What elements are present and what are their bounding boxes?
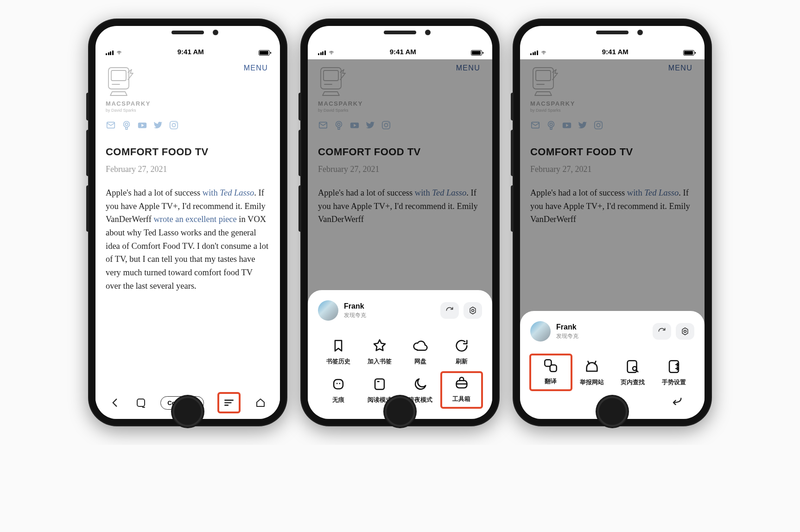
menu-item-label: 书签历史 — [326, 358, 350, 366]
menu-item-label: 页内查找 — [621, 379, 645, 386]
avatar — [318, 300, 338, 321]
body-text: in VOX about why Ted Lasso works and the… — [106, 215, 268, 290]
social-icons-row — [106, 120, 270, 130]
profile-subtitle: 发现夸克 — [556, 332, 578, 340]
svg-point-0 — [119, 54, 119, 54]
menu-button-highlight — [217, 392, 241, 413]
menu-item-toolbox-highlight[interactable]: 工具箱 — [440, 371, 483, 409]
front-camera — [637, 30, 643, 35]
sheet-back-button[interactable] — [670, 396, 683, 407]
svg-rect-8 — [170, 121, 178, 129]
phone-frame-1: 9:41 AM MENU MACSPARKY by David Sparks — [88, 19, 287, 426]
refresh-chip[interactable] — [653, 323, 671, 340]
site-menu-link[interactable]: MENU — [244, 64, 268, 72]
refresh-icon — [453, 337, 470, 354]
gesture-icon — [666, 358, 682, 375]
incognito-icon — [330, 376, 347, 393]
front-camera — [425, 30, 431, 35]
earpiece — [171, 31, 204, 34]
back-button[interactable] — [109, 397, 121, 409]
settings-chip[interactable] — [463, 302, 482, 319]
youtube-icon[interactable] — [137, 120, 147, 130]
menu-item-incognito[interactable]: 无痕 — [318, 373, 359, 407]
wifi-icon — [328, 50, 335, 56]
cell-signal-icon — [530, 51, 538, 55]
physical-home-button[interactable] — [596, 395, 629, 428]
svg-rect-11 — [137, 399, 145, 406]
svg-point-5 — [124, 121, 130, 127]
body-text: Apple's had a lot of success — [106, 188, 203, 197]
svg-point-6 — [125, 123, 128, 126]
settings-chip[interactable] — [676, 323, 694, 340]
screen-2: 9:41 AM MENU MACSPARKY by David Sparks C… — [308, 26, 492, 419]
bookmark-icon — [330, 337, 347, 354]
avatar — [530, 321, 551, 342]
menu-item-label: 刷新 — [456, 358, 468, 366]
battery-icon — [259, 50, 270, 56]
moon-icon — [412, 376, 429, 393]
web-page: MENU MACSPARKY by David Sparks COMF — [95, 59, 280, 389]
menu-item-cloud[interactable]: 网盘 — [400, 335, 441, 368]
profile-row[interactable]: Frank 发现夸克 — [318, 300, 366, 321]
home-button[interactable] — [254, 397, 267, 409]
menu-button[interactable] — [223, 397, 235, 409]
menu-item-gesture-settings[interactable]: 手势设置 — [654, 355, 695, 389]
tabs-button[interactable] — [135, 397, 147, 409]
svg-point-9 — [172, 123, 175, 127]
physical-home-button[interactable] — [383, 395, 417, 428]
instagram-icon[interactable] — [169, 120, 179, 130]
menu-item-find-in-page[interactable]: 页内查找 — [612, 355, 654, 389]
svg-point-10 — [176, 122, 177, 123]
svg-rect-30 — [375, 379, 384, 390]
menu-item-label: 手势设置 — [662, 379, 686, 386]
menu-grid-toolbox: 翻译 举报网站 页内查找 手势设置 — [530, 355, 694, 389]
svg-point-26 — [472, 310, 474, 312]
toolbox-icon — [453, 375, 470, 392]
cloud-icon — [412, 337, 429, 354]
svg-point-45 — [684, 330, 686, 333]
reader-icon — [371, 376, 388, 393]
star-icon — [371, 337, 388, 354]
menu-item-report-site[interactable]: 举报网站 — [571, 355, 613, 389]
status-time: 9:41 AM — [390, 48, 416, 56]
profile-row[interactable]: Frank 发现夸克 — [530, 321, 578, 342]
menu-item-bookmark-history[interactable]: 书签历史 — [318, 335, 359, 368]
battery-icon — [683, 50, 694, 56]
svg-point-29 — [339, 383, 341, 384]
phone-frame-2: 9:41 AM MENU MACSPARKY by David Sparks C… — [300, 19, 500, 426]
phone-frame-3: 9:41 AM MENU MACSPARKY by David Sparks C… — [513, 19, 712, 426]
physical-home-button[interactable] — [171, 395, 204, 428]
menu-item-label: 举报网站 — [580, 379, 604, 386]
article-body: Apple's had a lot of success with Ted La… — [106, 186, 270, 292]
article-date: February 27, 2021 — [106, 165, 270, 174]
menu-item-label: 工具箱 — [452, 395, 470, 403]
report-icon — [584, 358, 600, 375]
cell-signal-icon — [106, 51, 114, 55]
twitter-icon[interactable] — [153, 120, 163, 130]
status-time: 9:41 AM — [178, 48, 204, 56]
brand-name: MACSPARKY — [106, 100, 270, 107]
menu-item-label: 翻译 — [545, 378, 557, 386]
wifi-icon — [540, 50, 547, 56]
front-camera — [213, 30, 218, 35]
battery-icon — [471, 50, 482, 56]
link-ted-lasso[interactable]: with Ted Lasso — [203, 188, 254, 197]
menu-item-refresh[interactable]: 刷新 — [441, 335, 483, 368]
svg-point-28 — [337, 383, 338, 384]
link-vox-piece[interactable]: wrote an excellent piece — [153, 215, 236, 224]
menu-item-label: 无痕 — [332, 396, 344, 404]
earpiece — [384, 31, 416, 34]
svg-point-15 — [331, 54, 331, 54]
earpiece — [596, 31, 629, 34]
find-in-page-icon — [624, 358, 641, 375]
podcast-icon[interactable] — [121, 120, 132, 130]
profile-name: Frank — [556, 323, 578, 331]
mail-icon[interactable] — [106, 120, 116, 130]
menu-item-label: 网盘 — [414, 358, 426, 366]
svg-rect-27 — [334, 380, 343, 389]
refresh-chip[interactable] — [440, 302, 459, 319]
profile-name: Frank — [344, 302, 366, 310]
menu-item-translate-highlight[interactable]: 翻译 — [529, 354, 572, 391]
menu-item-add-bookmark[interactable]: 加入书签 — [359, 335, 400, 368]
wifi-icon — [115, 50, 123, 56]
